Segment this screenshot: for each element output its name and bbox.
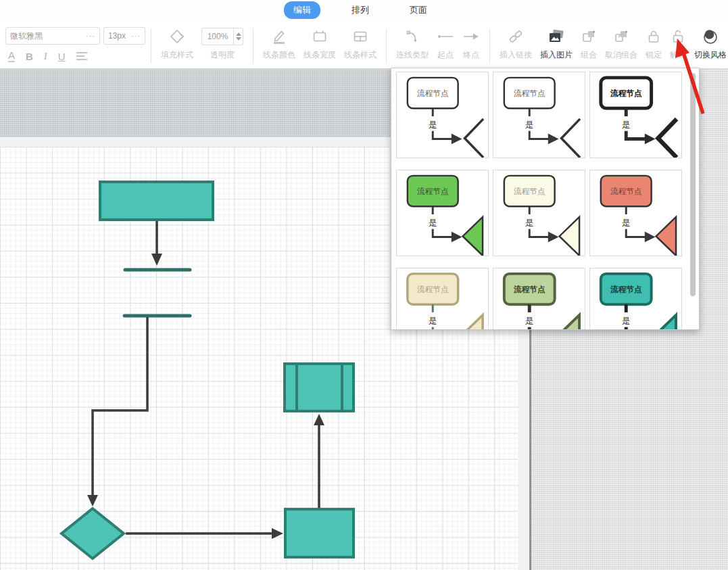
opacity-value[interactable]: 100% [201,28,234,45]
link-icon [508,27,524,46]
card-elbow [529,327,549,330]
card-elbow [529,131,549,139]
card-node-label: 流程节点 [417,285,449,294]
card-edge-label: 是 [525,316,534,326]
bold-button[interactable]: B [26,51,33,62]
card-chevron-icon [464,119,483,158]
group-button[interactable]: 组合 [577,27,601,61]
font-color-button[interactable]: A [8,50,15,62]
insert-link-button[interactable]: 插入链接 [495,27,536,61]
card-node-label: 流程节点 [514,89,545,98]
spinner-up-icon [236,32,241,36]
unlock-icon [670,27,686,46]
lock-icon [646,27,662,46]
card-edge-label: 是 [429,218,437,228]
font-family-more-icon[interactable]: ··· [86,32,95,40]
theme-style-card[interactable]: 流程节点 是 [396,170,489,256]
card-edge-label: 是 [525,218,534,228]
card-node-label: 流程节点 [417,187,449,196]
card-chevron-icon [658,119,677,158]
card-edge-label: 是 [429,120,437,130]
theme-style-card[interactable]: 流程节点 是 [396,72,489,158]
theme-icon [702,27,719,46]
card-chevron-icon [561,119,580,158]
line-style-button[interactable]: 线条样式 [340,27,381,61]
edge-end-button[interactable]: 终点 [458,27,484,61]
card-elbow [433,327,452,330]
card-elbow [433,131,452,139]
edge-start-button[interactable]: 起点 [433,27,458,61]
font-size-select[interactable]: 13px ··· [103,27,145,45]
card-elbow [626,327,646,330]
card-node-label: 流程节点 [610,285,642,294]
card-chevron-icon [656,315,677,330]
opacity-control[interactable]: 100% 透明度 [197,27,247,61]
card-elbow [626,229,646,237]
line-width-icon [312,27,328,46]
image-icon [548,27,565,46]
top-tab-bar: 编辑 排列 页面 [0,0,728,20]
theme-style-card[interactable]: 流程节点 是 [589,268,682,330]
card-arrowhead-icon [645,232,656,243]
switch-style-button[interactable]: 切换风格 [690,27,728,61]
theme-style-card[interactable]: 流程节点 是 [589,170,682,256]
lock-button[interactable]: 锁定 [641,27,666,61]
card-elbow [529,229,549,237]
group-icon [581,27,597,46]
insert-image-button[interactable]: 插入图片 [536,27,577,61]
toolbar: 微软雅黑 ··· 13px ··· A B I U 填充样式 [0,20,728,69]
toolbar-separator [151,28,151,64]
ungroup-icon [613,27,629,46]
card-arrowhead-icon [452,134,462,145]
card-node-label: 流程节点 [514,285,545,294]
font-family-value: 微软雅黑 [10,30,43,42]
card-node-label: 流程节点 [610,187,642,196]
toolbar-separator [489,28,490,64]
card-chevron-icon [656,217,677,256]
theme-style-card[interactable]: 流程节点 是 [493,170,585,256]
edge-start-icon [437,27,454,46]
theme-style-card[interactable]: 流程节点 是 [493,72,585,158]
line-width-button[interactable]: 线条宽度 [299,27,340,61]
fill-style-button[interactable]: 填充样式 [157,27,197,61]
card-arrowhead-icon [452,232,462,243]
panel-scrollbar[interactable] [690,73,696,296]
tab-edit[interactable]: 编辑 [284,1,320,19]
card-node-label: 流程节点 [610,89,642,98]
line-style-icon [352,27,368,46]
connector-type-button[interactable]: 连线类型 [392,27,433,61]
tab-page[interactable]: 页面 [400,1,437,19]
unlock-button[interactable]: 解锁 [666,27,690,61]
app-window: 编辑 排列 页面 微软雅黑 ··· 13px ··· A B I U [0,0,728,570]
card-arrowhead-icon [548,232,559,243]
card-chevron-icon [560,315,580,330]
theme-card-grid: 流程节点 是 流程节点 是 [396,72,683,330]
tab-arrange[interactable]: 排列 [342,1,379,19]
card-arrowhead-icon [645,134,656,145]
theme-style-card[interactable]: 流程节点 是 [589,72,682,158]
font-size-more-icon[interactable]: ··· [131,32,141,40]
card-chevron-icon [463,217,483,256]
opacity-spinner[interactable] [234,28,243,45]
font-size-value: 13px [108,31,126,41]
italic-button[interactable]: I [44,51,47,62]
line-color-button[interactable]: 线条颜色 [259,27,299,61]
toolbar-separator [386,28,387,64]
card-elbow [626,131,646,139]
align-icon[interactable] [76,50,87,62]
card-edge-label: 是 [525,120,534,130]
card-node-label: 流程节点 [514,187,545,196]
card-edge-label: 是 [622,120,631,130]
theme-style-card[interactable]: 流程节点 是 [493,268,585,330]
spinner-down-icon [236,37,241,41]
card-chevron-icon [560,217,580,256]
underline-button[interactable]: U [58,51,66,62]
card-elbow [433,229,452,237]
toolbar-separator [253,28,253,64]
font-family-select[interactable]: 微软雅黑 ··· [5,27,100,45]
fill-style-icon [169,27,185,46]
theme-style-card[interactable]: 流程节点 是 [396,268,489,330]
ungroup-button[interactable]: 取消组合 [601,27,641,61]
card-chevron-icon [463,315,483,330]
switch-style-panel: 流程节点 是 流程节点 是 [391,68,700,330]
